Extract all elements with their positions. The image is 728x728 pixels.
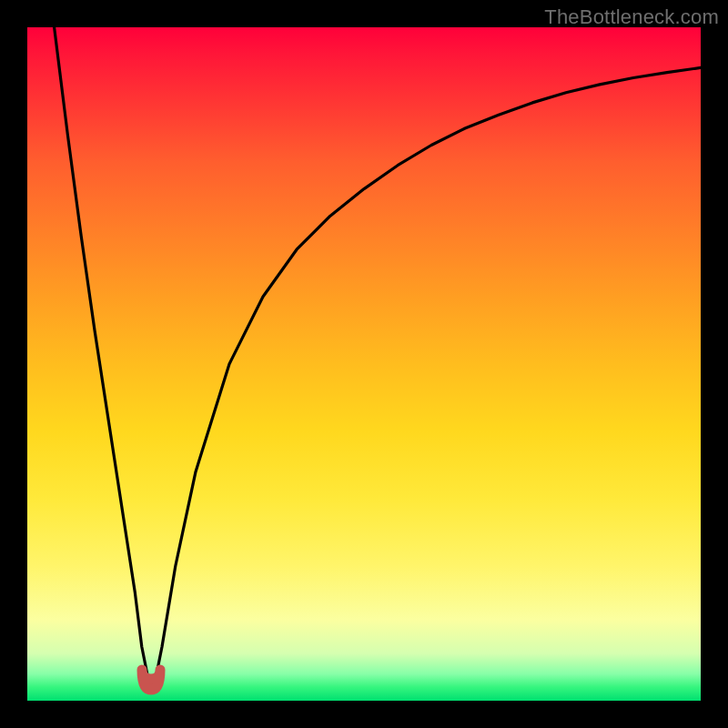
bottleneck-curve-path — [55, 27, 701, 681]
chart-frame: TheBottleneck.com — [0, 0, 728, 728]
watermark-text: TheBottleneck.com — [544, 5, 719, 29]
plot-area — [27, 27, 701, 701]
optimal-point-marker — [142, 670, 160, 690]
bottleneck-curve-svg — [27, 27, 701, 701]
